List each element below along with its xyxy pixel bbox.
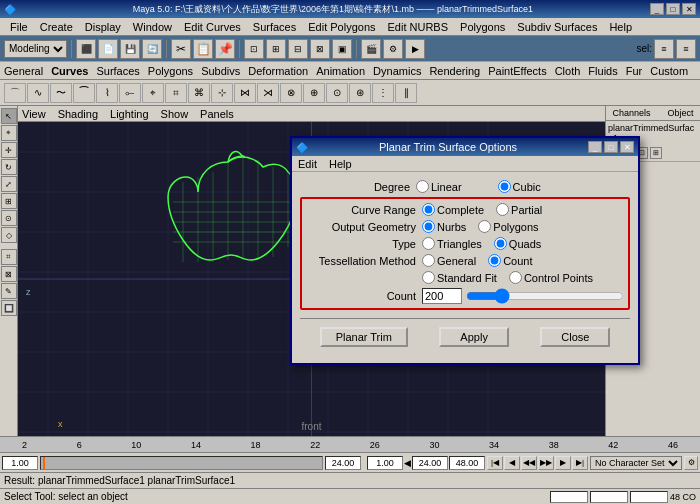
curve-tool-11[interactable]: ⋈ — [234, 83, 256, 103]
curve-tool-2[interactable]: ∿ — [27, 83, 49, 103]
output-polygons-option[interactable]: Polygons — [478, 220, 538, 233]
tb-snap-2[interactable]: ⊞ — [266, 39, 286, 59]
prev-frame-btn[interactable]: ◀ — [504, 456, 520, 470]
scale-tool[interactable]: ⤢ — [1, 176, 17, 192]
arrow-prev[interactable]: ◀ — [404, 456, 411, 470]
tab-object[interactable]: Object — [667, 108, 693, 118]
play-back-btn[interactable]: ◀◀ — [521, 456, 537, 470]
tb-render-2[interactable]: ⚙ — [383, 39, 403, 59]
planar-trim-button[interactable]: Planar Trim — [320, 327, 408, 347]
curve-tool-18[interactable]: ∥ — [395, 83, 417, 103]
rotate-tool[interactable]: ↻ — [1, 159, 17, 175]
tb-btn-1[interactable]: ⬛ — [76, 39, 96, 59]
degree-linear-option[interactable]: Linear — [416, 180, 462, 193]
dialog-menu-edit[interactable]: Edit — [298, 158, 317, 170]
curve-tool-6[interactable]: ⟜ — [119, 83, 141, 103]
tab-dynamics[interactable]: Dynamics — [373, 65, 421, 77]
tab-subdivs[interactable]: Subdivs — [201, 65, 240, 77]
tab-fur[interactable]: Fur — [626, 65, 643, 77]
menu-surfaces[interactable]: Surfaces — [247, 20, 302, 34]
start-frame-input[interactable] — [2, 456, 38, 470]
menu-help[interactable]: Help — [603, 20, 638, 34]
select-tool[interactable]: ↖ — [1, 108, 17, 124]
tb-extra-2[interactable]: ≡ — [676, 39, 696, 59]
coord-y[interactable] — [590, 491, 628, 503]
tab-custom[interactable]: Custom — [650, 65, 688, 77]
snap-tool[interactable]: ⌗ — [1, 249, 17, 265]
count-slider[interactable] — [466, 289, 624, 303]
maximize-button[interactable]: □ — [666, 3, 680, 15]
tb-snap-1[interactable]: ⊡ — [244, 39, 264, 59]
curve-tool-9[interactable]: ⌘ — [188, 83, 210, 103]
curve-range-complete-radio[interactable] — [422, 203, 435, 216]
menu-edit-polygons[interactable]: Edit Polygons — [302, 20, 381, 34]
tess-general-radio[interactable] — [422, 254, 435, 267]
type-quads-option[interactable]: Quads — [494, 237, 541, 250]
measure-tool[interactable]: ⊠ — [1, 266, 17, 282]
tb-render-3[interactable]: ▶ — [405, 39, 425, 59]
tab-cloth[interactable]: Cloth — [555, 65, 581, 77]
tb-extra-1[interactable]: ≡ — [654, 39, 674, 59]
end-frame-input[interactable] — [325, 456, 361, 470]
tess-control-radio[interactable] — [509, 271, 522, 284]
curve-tool-12[interactable]: ⋊ — [257, 83, 279, 103]
prev-key-btn[interactable]: |◀ — [487, 456, 503, 470]
menu-window[interactable]: Window — [127, 20, 178, 34]
curve-tool-8[interactable]: ⌗ — [165, 83, 187, 103]
tess-count-radio[interactable] — [488, 254, 501, 267]
dialog-close[interactable]: ✕ — [620, 141, 634, 153]
close-dialog-button[interactable]: Close — [540, 327, 610, 347]
menu-file[interactable]: File — [4, 20, 34, 34]
anim-start-input[interactable] — [412, 456, 448, 470]
minimize-button[interactable]: _ — [650, 3, 664, 15]
menu-create[interactable]: Create — [34, 20, 79, 34]
degree-linear-radio[interactable] — [416, 180, 429, 193]
character-set-select[interactable]: No Character Set — [590, 456, 682, 470]
curve-range-complete[interactable]: Complete — [422, 203, 484, 216]
type-triangles-radio[interactable] — [422, 237, 435, 250]
lasso-tool[interactable]: ⌖ — [1, 125, 17, 141]
next-key-btn[interactable]: ▶| — [572, 456, 588, 470]
curve-tool-4[interactable]: ⁀ — [73, 83, 95, 103]
menu-edit-curves[interactable]: Edit Curves — [178, 20, 247, 34]
output-nurbs-option[interactable]: Nurbs — [422, 220, 466, 233]
tess-control-option[interactable]: Control Points — [509, 271, 593, 284]
anim-48-input[interactable] — [449, 456, 485, 470]
curve-tool-13[interactable]: ⊗ — [280, 83, 302, 103]
tab-animation[interactable]: Animation — [316, 65, 365, 77]
timeline-track[interactable] — [40, 456, 323, 470]
tess-count-option[interactable]: Count — [488, 254, 532, 267]
tab-curves[interactable]: Curves — [51, 65, 88, 77]
show-manip[interactable]: ◇ — [1, 227, 17, 243]
tab-rendering[interactable]: Rendering — [429, 65, 480, 77]
degree-cubic-radio[interactable] — [498, 180, 511, 193]
tb-snap-4[interactable]: ⊠ — [310, 39, 330, 59]
vp-menu-view[interactable]: View — [22, 108, 46, 120]
tess-general-option[interactable]: General — [422, 254, 476, 267]
coord-z[interactable] — [630, 491, 668, 503]
next-frame-btn[interactable]: ▶ — [555, 456, 571, 470]
menu-display[interactable]: Display — [79, 20, 127, 34]
menu-edit-nurbs[interactable]: Edit NURBS — [382, 20, 455, 34]
curve-range-partial-radio[interactable] — [496, 203, 509, 216]
tab-deformation[interactable]: Deformation — [248, 65, 308, 77]
vp-menu-shading[interactable]: Shading — [58, 108, 98, 120]
curve-tool-15[interactable]: ⊙ — [326, 83, 348, 103]
curve-tool-17[interactable]: ⋮ — [372, 83, 394, 103]
curve-tool-1[interactable]: ⌒ — [4, 83, 26, 103]
curve-tool-7[interactable]: ⌖ — [142, 83, 164, 103]
anim-options-btn[interactable]: ⚙ — [684, 456, 698, 470]
tb-btn-3[interactable]: 💾 — [120, 39, 140, 59]
tb-btn-6[interactable]: 📋 — [193, 39, 213, 59]
coord-x[interactable] — [550, 491, 588, 503]
mode-select[interactable]: Modeling — [4, 40, 67, 58]
annotate-tool[interactable]: ✎ — [1, 283, 17, 299]
dialog-maximize[interactable]: □ — [604, 141, 618, 153]
curve-tool-16[interactable]: ⊛ — [349, 83, 371, 103]
tb-btn-7[interactable]: 📌 — [215, 39, 235, 59]
tess-standard-option[interactable]: Standard Fit — [422, 271, 497, 284]
tab-general[interactable]: General — [4, 65, 43, 77]
transform-tool[interactable]: ⊞ — [1, 193, 17, 209]
menu-subdiv[interactable]: Subdiv Surfaces — [511, 20, 603, 34]
tb-btn-2[interactable]: 📄 — [98, 39, 118, 59]
